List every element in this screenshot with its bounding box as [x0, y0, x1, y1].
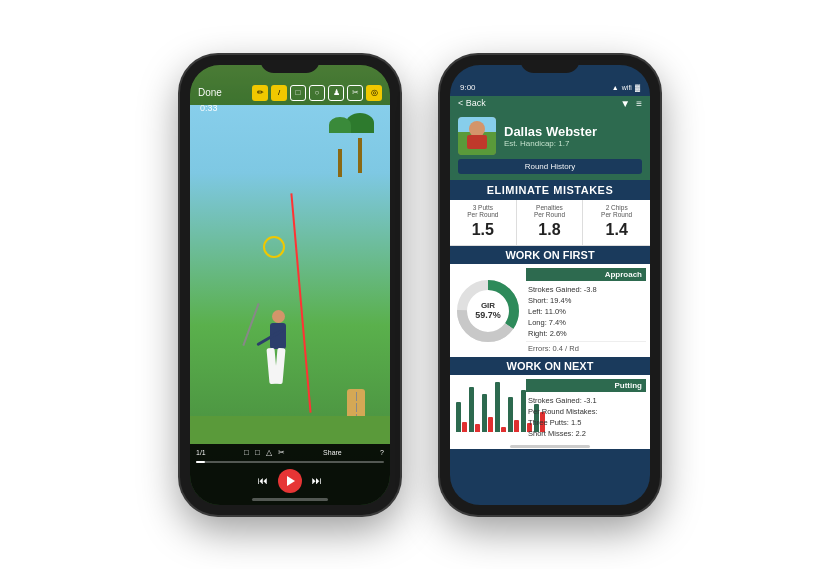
- gir-text: GIR: [475, 300, 501, 310]
- bar-red-2: [475, 424, 480, 432]
- long-row: Long: 7.4%: [526, 317, 646, 328]
- bar-blue-5: [508, 397, 513, 432]
- approach-content: GIR 59.7% Approach Strokes Gained: -3.8 …: [450, 264, 650, 357]
- putts-label: 3 Putts Per Round: [454, 204, 512, 220]
- left-screen: Done ✏ / □ ○ ♟ ✂ ◎ 0:33: [190, 65, 390, 505]
- tracking-circle: [263, 236, 285, 258]
- right-row: Right: 2.6%: [526, 328, 646, 339]
- handicap-label: Est. Handicap: 1.7: [504, 139, 642, 148]
- bar-group-4: [495, 382, 506, 432]
- gir-label: GIR 59.7%: [475, 300, 501, 320]
- video-screen: Done ✏ / □ ○ ♟ ✂ ◎ 0:33: [190, 65, 390, 505]
- chips-label: 2 Chips Per Round: [587, 204, 646, 220]
- battery-icon: ▓: [635, 84, 640, 91]
- rewind-icon[interactable]: ⏮: [258, 475, 268, 486]
- home-indicator-right: [450, 443, 650, 449]
- errors-row: Errors: 0.4 / Rd: [526, 341, 646, 353]
- play-button[interactable]: [278, 469, 302, 493]
- slash-icon[interactable]: /: [271, 85, 287, 101]
- bar-blue-2: [469, 387, 474, 432]
- player-name: Dallas Webster: [504, 124, 642, 139]
- putting-strokes-gained: Strokes Gained: -3.1: [526, 395, 646, 406]
- gir-pct: 59.7%: [475, 310, 501, 321]
- right-phone: 9:00 ▲ wifi ▓ < Back ▼ ≡: [440, 55, 660, 515]
- square-icon[interactable]: □: [290, 85, 306, 101]
- short-label: Short: 19.4%: [528, 296, 571, 305]
- app-screen: 9:00 ▲ wifi ▓ < Back ▼ ≡: [450, 65, 650, 505]
- golfer-area: [190, 105, 390, 444]
- done-button[interactable]: Done: [198, 87, 222, 98]
- errors-label: Errors: 0.4 / Rd: [528, 344, 579, 353]
- video-bottom-controls: 1/1 □ □ △ ✂ Share ? ⏮: [190, 444, 390, 505]
- putting-short-misses: Short Misses: 2.2: [526, 428, 646, 439]
- work-next-header: WORK ON NEXT: [450, 357, 650, 375]
- penalties-value: 1.8: [521, 221, 579, 239]
- video-content: [190, 105, 390, 444]
- pencil-icon[interactable]: ✏: [252, 85, 268, 101]
- palm-tree-2: [325, 117, 355, 177]
- bar-red-5: [514, 420, 519, 432]
- toolbar-icons: ✏ / □ ○ ♟ ✂ ◎: [252, 85, 382, 101]
- profile-row: Dallas Webster Est. Handicap: 1.7: [458, 117, 642, 155]
- putting-bar-chart: [454, 379, 522, 434]
- circle-icon[interactable]: ○: [309, 85, 325, 101]
- stats-grid: 3 Putts Per Round 1.5 Penalties Per Roun…: [450, 200, 650, 247]
- left-label: Left: 11.0%: [528, 307, 566, 316]
- chips-value: 1.4: [587, 221, 646, 239]
- long-label: Long: 7.4%: [528, 318, 566, 327]
- strokes-gained-row: Strokes Gained: -3.8: [526, 284, 646, 295]
- profile-section: Dallas Webster Est. Handicap: 1.7 Round …: [450, 113, 650, 180]
- bar-group-2: [469, 387, 480, 432]
- figure-icon[interactable]: ♟: [328, 85, 344, 101]
- home-indicator-left: [252, 498, 327, 501]
- strokes-gained-label: Strokes Gained: -3.8: [528, 285, 597, 294]
- wifi-icon: wifi: [622, 84, 632, 91]
- putting-header: Putting: [526, 379, 646, 392]
- progress-label: 1/1: [196, 449, 206, 456]
- help-label[interactable]: ?: [380, 449, 384, 456]
- putting-three-putts: Three Putts: 1.5: [526, 417, 646, 428]
- work-first-header: WORK ON FIRST: [450, 246, 650, 264]
- approach-header: Approach: [526, 268, 646, 281]
- app-nav: < Back ▼ ≡: [450, 96, 650, 113]
- filter-icon[interactable]: ▼: [620, 98, 630, 109]
- putting-stats: Putting Strokes Gained: -3.1 Per Round M…: [526, 379, 646, 439]
- bar-blue-3: [482, 394, 487, 432]
- short-row: Short: 19.4%: [526, 295, 646, 306]
- video-controls: ⏮ ⏭: [196, 467, 384, 495]
- stat-chips: 2 Chips Per Round 1.4: [583, 200, 650, 246]
- notch-left: [260, 55, 320, 73]
- putting-per-round: Per Round Mistakes:: [526, 406, 646, 417]
- progress-fill: [196, 461, 205, 463]
- bar-group-3: [482, 394, 493, 432]
- back-button[interactable]: < Back: [458, 98, 486, 108]
- bar-red-3: [488, 417, 493, 432]
- bar-blue-1: [456, 402, 461, 432]
- stat-putts: 3 Putts Per Round 1.5: [450, 200, 517, 246]
- left-row: Left: 11.0%: [526, 306, 646, 317]
- left-phone: Done ✏ / □ ○ ♟ ✂ ◎ 0:33: [180, 55, 400, 515]
- gir-chart: GIR 59.7%: [454, 268, 522, 353]
- target-icon[interactable]: ◎: [366, 85, 382, 101]
- stat-penalties: Penalties Per Round 1.8: [517, 200, 584, 246]
- progress-row: 1/1 □ □ △ ✂ Share ?: [196, 448, 384, 457]
- fast-forward-icon[interactable]: ⏭: [312, 475, 322, 486]
- penalties-label: Penalties Per Round: [521, 204, 579, 220]
- menu-icon[interactable]: ≡: [636, 98, 642, 109]
- bar-blue-4: [495, 382, 500, 432]
- avatar: [458, 117, 496, 155]
- bar-red-1: [462, 422, 467, 432]
- round-history-button[interactable]: Round History: [458, 159, 642, 174]
- main-container: Done ✏ / □ ○ ♟ ✂ ◎ 0:33: [180, 55, 660, 515]
- status-time: 9:00: [460, 83, 476, 92]
- share-label[interactable]: Share: [323, 449, 342, 456]
- nav-icons: ▼ ≡: [620, 98, 642, 109]
- video-timer: 0:33: [200, 103, 218, 113]
- notch-right: [520, 55, 580, 73]
- right-screen: 9:00 ▲ wifi ▓ < Back ▼ ≡: [450, 65, 650, 505]
- bar-group-1: [456, 402, 467, 432]
- video-progress-bar[interactable]: [196, 461, 384, 463]
- scissors-icon[interactable]: ✂: [347, 85, 363, 101]
- profile-info: Dallas Webster Est. Handicap: 1.7: [504, 124, 642, 148]
- approach-stats: Approach Strokes Gained: -3.8 Short: 19.…: [526, 268, 646, 353]
